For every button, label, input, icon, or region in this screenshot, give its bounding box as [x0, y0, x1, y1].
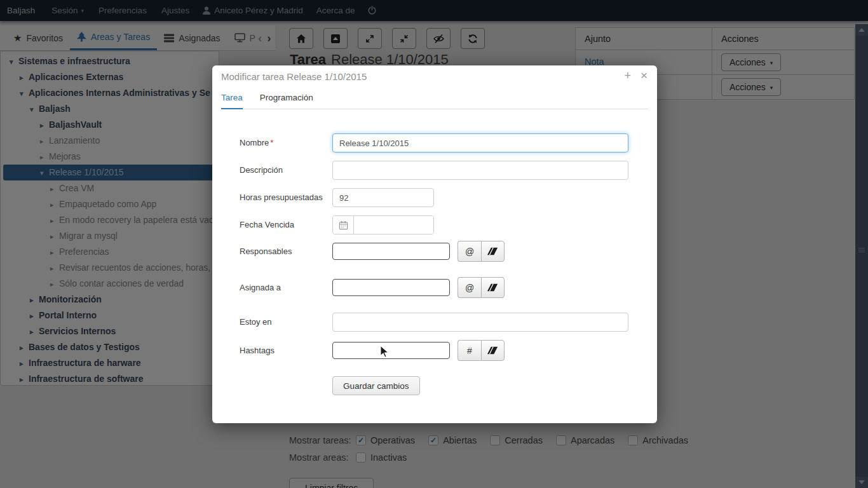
- hashtags-input[interactable]: [332, 342, 450, 359]
- nombre-input[interactable]: [332, 133, 628, 152]
- field-row-fecha: Fecha Vencida: [240, 215, 434, 234]
- asignada-buttons: @: [458, 277, 505, 298]
- eraser-icon: [487, 346, 498, 355]
- calendar-icon[interactable]: [333, 216, 354, 234]
- fecha-input[interactable]: [354, 216, 433, 234]
- hash-button[interactable]: #: [458, 340, 481, 361]
- modal-title: Modificar tarea Release 1/10/2015: [221, 71, 367, 82]
- mention-button[interactable]: @: [458, 277, 481, 298]
- responsables-buttons: @: [458, 241, 505, 262]
- edit-task-modal: Modificar tarea Release 1/10/2015 + × Ta…: [212, 65, 657, 423]
- asignada-input[interactable]: [332, 279, 450, 296]
- field-row-asignada: Asignada a @: [240, 277, 505, 298]
- horas-input[interactable]: [332, 188, 434, 207]
- hashtags-buttons: #: [458, 340, 505, 361]
- field-row-descripcion: Descripción: [240, 161, 628, 180]
- eraser-button[interactable]: [481, 340, 505, 361]
- asignada-label: Asignada a: [240, 277, 332, 298]
- responsables-input[interactable]: [332, 243, 450, 260]
- field-row-horas: Horas presupuestadas: [240, 188, 434, 207]
- estoy-input[interactable]: [332, 313, 628, 332]
- plus-icon[interactable]: +: [624, 69, 631, 83]
- hashtags-label: Hashtags: [240, 340, 332, 361]
- save-button[interactable]: Guardar cambios: [332, 376, 420, 395]
- required-mark: *: [270, 138, 273, 147]
- nombre-label: Nombre: [240, 138, 269, 147]
- horas-label: Horas presupuestadas: [240, 188, 332, 207]
- estoy-label: Estoy en: [240, 313, 332, 332]
- eraser-button[interactable]: [481, 277, 505, 298]
- eraser-icon: [487, 247, 498, 256]
- field-row-save: Guardar cambios: [240, 376, 420, 395]
- tab-programacion[interactable]: Programación: [260, 93, 313, 109]
- responsables-label: Responsables: [240, 241, 332, 262]
- field-row-hashtags: Hashtags #: [240, 340, 505, 361]
- modal-tabs: Tarea Programación: [221, 93, 648, 109]
- close-icon[interactable]: ×: [641, 69, 648, 83]
- date-input-group: [332, 215, 434, 234]
- tab-tarea[interactable]: Tarea: [221, 93, 243, 109]
- mention-button[interactable]: @: [458, 241, 481, 262]
- field-row-estoy: Estoy en: [240, 313, 628, 332]
- fecha-label: Fecha Vencida: [240, 215, 332, 234]
- eraser-button[interactable]: [481, 241, 505, 262]
- descripcion-label: Descripción: [240, 161, 332, 180]
- field-row-nombre: Nombre*: [240, 133, 628, 152]
- descripcion-input[interactable]: [332, 161, 628, 180]
- eraser-icon: [487, 283, 498, 292]
- field-row-responsables: Responsables @: [240, 241, 505, 262]
